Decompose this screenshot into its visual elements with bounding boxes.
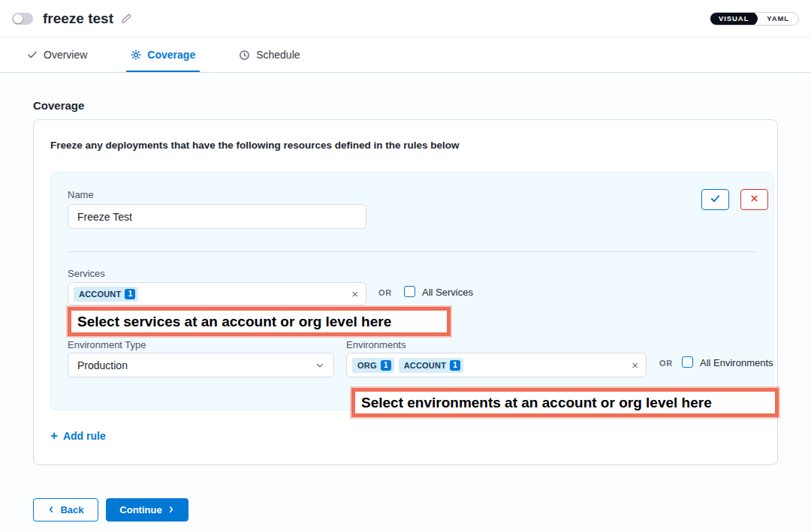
environments-multiselect[interactable]: ORG 1 ACCOUNT 1 × — [346, 353, 647, 377]
all-environments-checkbox[interactable] — [682, 356, 693, 368]
tab-coverage[interactable]: Coverage — [126, 38, 200, 72]
plus-icon: + — [50, 429, 58, 442]
environment-type-label: Environment Type — [68, 339, 146, 350]
chevron-left-icon — [47, 504, 55, 515]
chevron-right-icon — [167, 504, 175, 515]
services-or-label: OR — [378, 288, 392, 297]
services-label: Services — [68, 268, 105, 279]
tag-label: ORG — [357, 361, 377, 370]
freeze-studio-page: freeze test VISUAL YAML Overview Coverag… — [0, 0, 811, 532]
visual-yaml-toggle[interactable]: VISUAL YAML — [710, 12, 799, 26]
services-annotation: Select services at an account or org lev… — [68, 307, 451, 336]
visual-mode-button[interactable]: VISUAL — [710, 12, 758, 26]
clear-environments-icon[interactable]: × — [632, 359, 638, 371]
continue-label: Continue — [119, 504, 161, 515]
clear-services-icon[interactable]: × — [351, 288, 358, 299]
all-services-label: All Services — [422, 287, 473, 298]
confirm-rule-button[interactable] — [701, 189, 729, 210]
check-icon — [27, 50, 38, 60]
rule-divider — [68, 251, 757, 252]
check-icon — [710, 193, 721, 207]
back-button[interactable]: Back — [33, 498, 98, 521]
add-rule-label: Add rule — [63, 430, 106, 442]
environments-or-label: OR — [659, 359, 673, 368]
coverage-card: Freeze any deployments that have the fol… — [33, 119, 778, 465]
freeze-enable-toggle[interactable] — [12, 13, 33, 25]
rule-panel: Name Services ACCOUNT 1 × OR All Service… — [50, 172, 774, 410]
card-instruction: Freeze any deployments that have the fol… — [50, 140, 460, 151]
tab-coverage-label: Coverage — [147, 49, 195, 61]
edit-title-icon[interactable] — [121, 13, 132, 24]
tag-label: ACCOUNT — [79, 290, 121, 299]
environment-tag-account[interactable]: ACCOUNT 1 — [399, 358, 463, 373]
tab-overview[interactable]: Overview — [23, 38, 92, 72]
tag-label: ACCOUNT — [404, 361, 446, 370]
tab-schedule[interactable]: Schedule — [234, 38, 304, 72]
tab-overview-label: Overview — [44, 49, 87, 61]
coverage-content: Coverage Freeze any deployments that hav… — [0, 74, 811, 532]
service-tag-account[interactable]: ACCOUNT 1 — [74, 287, 138, 302]
all-environments-label: All Environments — [700, 357, 773, 368]
delete-rule-button[interactable] — [740, 189, 768, 210]
environment-type-select[interactable]: Production — [68, 353, 334, 377]
name-label: Name — [68, 189, 94, 200]
back-label: Back — [60, 504, 83, 515]
services-multiselect[interactable]: ACCOUNT 1 × — [68, 282, 366, 305]
environments-label: Environments — [346, 339, 406, 350]
all-services-checkbox[interactable] — [404, 286, 415, 297]
tab-schedule-label: Schedule — [256, 49, 300, 61]
gear-icon — [131, 50, 141, 60]
rule-name-input[interactable] — [68, 204, 366, 229]
continue-button[interactable]: Continue — [106, 498, 188, 521]
tag-count-badge: 1 — [381, 360, 391, 371]
toggle-knob — [14, 14, 23, 23]
environment-tag-org[interactable]: ORG 1 — [352, 358, 394, 373]
close-icon — [749, 193, 759, 206]
environment-type-value: Production — [77, 359, 128, 371]
tag-count-badge: 1 — [450, 360, 460, 371]
chevron-down-icon — [315, 361, 324, 370]
section-title: Coverage — [33, 99, 84, 112]
page-title: freeze test — [43, 11, 113, 27]
add-rule-button[interactable]: + Add rule — [50, 429, 106, 442]
schedule-icon — [239, 50, 250, 61]
environments-annotation: Select environments at an account or org… — [351, 388, 779, 417]
tab-bar: Overview Coverage Schedule — [0, 38, 811, 73]
header: freeze test VISUAL YAML — [0, 0, 811, 38]
yaml-mode-button[interactable]: YAML — [758, 13, 798, 25]
tag-count-badge: 1 — [125, 289, 135, 299]
